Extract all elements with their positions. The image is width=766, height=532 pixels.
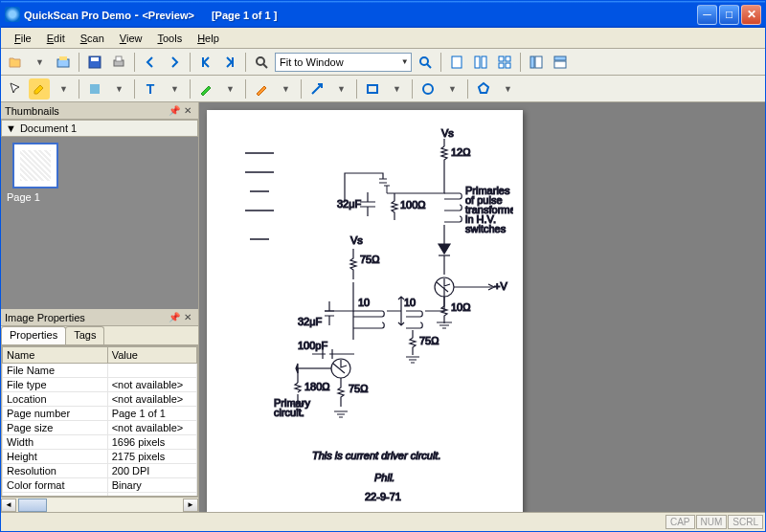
zoom-button[interactable] xyxy=(251,52,272,73)
menu-file[interactable]: File xyxy=(7,31,39,46)
view-mode-1-button[interactable] xyxy=(446,52,467,73)
menu-tools[interactable]: Tools xyxy=(149,31,190,46)
pointer-button[interactable] xyxy=(5,78,26,100)
maximize-button[interactable]: □ xyxy=(719,5,739,25)
scroll-track[interactable] xyxy=(47,499,183,512)
polygon-button[interactable] xyxy=(473,78,494,100)
app-icon xyxy=(5,7,20,22)
svg-text:75Ω: 75Ω xyxy=(360,254,379,265)
svg-rect-20 xyxy=(368,85,377,93)
prop-name: File type xyxy=(3,378,108,392)
property-row[interactable]: File Name xyxy=(3,364,197,378)
arrow-button[interactable] xyxy=(306,78,327,100)
status-num: NUM xyxy=(696,515,728,529)
svg-rect-16 xyxy=(535,56,542,68)
highlight-dropdown[interactable]: ▼ xyxy=(53,78,74,100)
svg-rect-12 xyxy=(506,56,510,61)
prop-value: <not available> xyxy=(107,378,196,392)
pen-green-dropdown[interactable]: ▼ xyxy=(219,78,240,100)
status-bar: CAP NUM SCRL xyxy=(1,512,765,531)
tab-tags[interactable]: Tags xyxy=(65,326,104,344)
print-button[interactable] xyxy=(108,52,129,73)
close-panel-icon[interactable]: ✕ xyxy=(181,104,194,118)
horizontal-scrollbar[interactable]: ◄ ► xyxy=(1,497,198,512)
svg-text:10: 10 xyxy=(404,297,416,308)
property-row[interactable]: Location<not available> xyxy=(3,392,197,407)
arrow-dropdown[interactable]: ▼ xyxy=(330,78,351,100)
property-row[interactable]: File type<not available> xyxy=(3,378,197,392)
close-button[interactable]: ✕ xyxy=(741,5,761,25)
prop-value: <not available> xyxy=(107,421,196,435)
menu-help[interactable]: Help xyxy=(190,31,227,46)
pin-icon[interactable]: 📌 xyxy=(168,104,181,118)
svg-text:10: 10 xyxy=(358,297,370,308)
svg-text:75Ω: 75Ω xyxy=(349,383,368,394)
property-row[interactable]: Color formatBinary xyxy=(3,478,197,493)
polygon-dropdown[interactable]: ▼ xyxy=(497,78,518,100)
svg-rect-13 xyxy=(499,63,504,68)
next-page-button[interactable] xyxy=(164,52,185,73)
pen-green-button[interactable] xyxy=(195,78,216,100)
circle-button[interactable] xyxy=(417,78,439,100)
document-header[interactable]: ▼ Document 1 xyxy=(1,120,198,137)
col-value[interactable]: Value xyxy=(107,347,196,364)
close-panel-icon[interactable]: ✕ xyxy=(181,311,194,324)
save-button[interactable] xyxy=(84,52,105,73)
document-page: Vs 12Ω 32μF Primariesof pulsetransformer… xyxy=(207,110,523,512)
chevron-down-icon: ▼ xyxy=(401,57,409,66)
zoom-tool-button[interactable] xyxy=(415,52,436,73)
scroll-right-icon[interactable]: ► xyxy=(183,499,198,512)
menu-view[interactable]: View xyxy=(112,31,150,46)
svg-rect-5 xyxy=(116,56,122,61)
property-row[interactable]: Resolution200 DPI xyxy=(3,464,197,478)
pen-orange-dropdown[interactable]: ▼ xyxy=(275,78,296,100)
prop-value xyxy=(107,364,196,378)
circle-dropdown[interactable]: ▼ xyxy=(441,78,462,100)
properties-grid: Name Value File NameFile type<not availa… xyxy=(1,345,198,497)
svg-rect-19 xyxy=(90,84,100,94)
property-row[interactable]: Page size<not available> xyxy=(3,421,197,435)
last-page-button[interactable] xyxy=(219,52,240,73)
svg-text:12Ω: 12Ω xyxy=(451,146,470,158)
menu-scan[interactable]: Scan xyxy=(73,31,112,46)
open-dropdown[interactable]: ▼ xyxy=(29,52,50,73)
svg-text:10Ω: 10Ω xyxy=(451,301,470,313)
text-button[interactable]: T xyxy=(140,78,161,100)
props-panel-header: Image Properties 📌 ✕ xyxy=(1,309,198,326)
view-mode-2-button[interactable] xyxy=(470,52,491,73)
scroll-left-icon[interactable]: ◄ xyxy=(1,499,16,512)
panel-toggle-1-button[interactable] xyxy=(526,52,547,73)
prev-page-button[interactable] xyxy=(140,52,161,73)
property-row[interactable]: Height2175 pixels xyxy=(3,450,197,464)
pin-icon[interactable]: 📌 xyxy=(168,311,181,324)
property-row[interactable]: Page numberPage 1 of 1 xyxy=(3,407,197,421)
toolbar-main: ▼ Fit to Window ▼ xyxy=(1,49,765,76)
tab-properties[interactable]: Properties xyxy=(1,326,66,344)
thumbnail-page-1[interactable]: Page 1 xyxy=(7,143,64,203)
scroll-thumb[interactable] xyxy=(18,499,47,512)
first-page-button[interactable] xyxy=(195,52,216,73)
thumbnails-area: Page 1 xyxy=(1,137,198,309)
menu-edit[interactable]: Edit xyxy=(39,31,73,46)
pen-orange-button[interactable] xyxy=(251,78,272,100)
highlight-button[interactable] xyxy=(29,78,50,100)
view-mode-3-button[interactable] xyxy=(494,52,515,73)
document-viewer[interactable]: Vs 12Ω 32μF Primariesof pulsetransformer… xyxy=(199,102,765,512)
svg-text:180Ω: 180Ω xyxy=(304,381,330,392)
svg-text:22-9-71: 22-9-71 xyxy=(365,491,401,502)
color-dropdown[interactable]: ▼ xyxy=(108,78,129,100)
minimize-button[interactable]: ─ xyxy=(697,5,717,25)
rect-dropdown[interactable]: ▼ xyxy=(386,78,407,100)
open-button[interactable] xyxy=(5,52,26,73)
zoom-combo[interactable]: Fit to Window ▼ xyxy=(275,53,412,72)
col-name[interactable]: Name xyxy=(3,347,108,364)
color-button[interactable] xyxy=(84,78,105,100)
rect-button[interactable] xyxy=(362,78,383,100)
svg-text:100Ω: 100Ω xyxy=(400,199,426,211)
svg-text:32μF: 32μF xyxy=(337,198,362,210)
scan-button[interactable] xyxy=(53,52,74,73)
property-row[interactable]: Width1696 pixels xyxy=(3,435,197,450)
svg-point-7 xyxy=(420,57,428,65)
panel-toggle-2-button[interactable] xyxy=(550,52,571,73)
text-dropdown[interactable]: ▼ xyxy=(164,78,185,100)
